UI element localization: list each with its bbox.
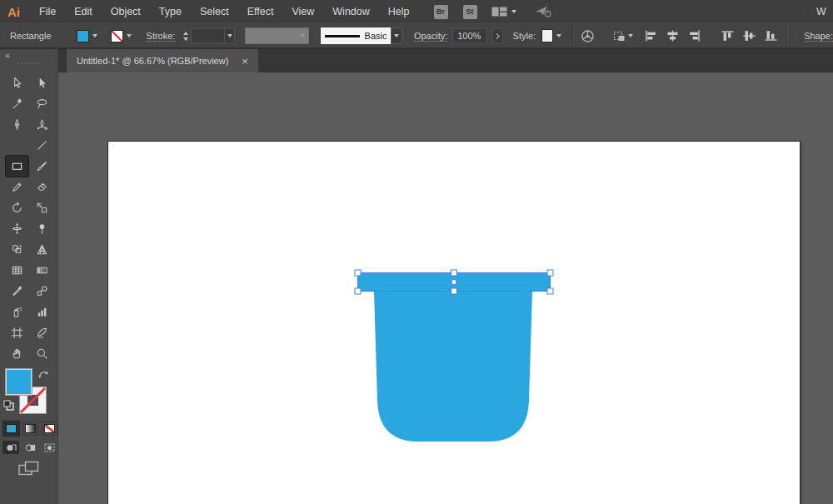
scale-tool-icon	[36, 202, 48, 214]
close-icon[interactable]: ×	[242, 56, 248, 67]
bucket-body-shape[interactable]	[374, 292, 532, 442]
tool-shape-builder[interactable]	[6, 239, 28, 260]
align-bottom-icon[interactable]	[765, 30, 777, 42]
tool-magic-wand[interactable]	[6, 93, 28, 114]
tool-blend[interactable]	[31, 281, 53, 302]
none-icon	[44, 424, 55, 433]
tool-pencil[interactable]	[6, 177, 28, 197]
tool-selection[interactable]	[6, 72, 28, 93]
handle-bottom-right[interactable]	[547, 288, 553, 294]
opacity-panel-link[interactable]: Opacity:	[414, 31, 447, 42]
draw-behind-button[interactable]	[22, 441, 38, 454]
align-left-icon[interactable]	[645, 30, 657, 42]
menu-effect[interactable]: Effect	[238, 0, 283, 23]
canvas-pasteboard[interactable]	[59, 72, 833, 504]
tool-curvature[interactable]	[31, 114, 53, 135]
handle-top-center[interactable]	[451, 270, 457, 276]
chevron-down-icon	[394, 34, 399, 37]
stroke-weight-stepper[interactable]	[183, 32, 188, 41]
draw-inside-button[interactable]	[41, 441, 57, 454]
default-fill-stroke-button[interactable]	[3, 399, 14, 414]
brush-definition-chevron[interactable]	[391, 27, 402, 44]
align-center-horizontal-icon[interactable]	[666, 30, 679, 42]
menu-type[interactable]: Type	[150, 0, 191, 23]
tool-zoom[interactable]	[31, 343, 53, 364]
graphic-style-dropdown[interactable]	[553, 29, 565, 43]
brush-definition-dropdown[interactable]: Basic	[321, 27, 392, 44]
color-button[interactable]	[3, 422, 19, 436]
opacity-options-button[interactable]	[492, 28, 503, 43]
menu-view[interactable]: View	[282, 0, 323, 23]
tool-artboard[interactable]	[6, 322, 28, 343]
tool-puppet-warp[interactable]	[31, 218, 53, 239]
menu-edit[interactable]: Edit	[65, 0, 102, 23]
fill-color-box[interactable]	[5, 368, 32, 396]
tool-gradient[interactable]	[31, 260, 53, 281]
tool-width[interactable]	[6, 218, 28, 239]
fill-color-swatch[interactable]	[77, 30, 89, 42]
panel-drag-handle[interactable]	[17, 62, 39, 64]
shape-panel-link[interactable]: Shape:	[804, 31, 833, 42]
tool-scale[interactable]	[31, 197, 53, 218]
align-right-icon[interactable]	[688, 30, 701, 42]
menu-select[interactable]: Select	[191, 0, 238, 23]
change-screen-mode-button[interactable]	[18, 461, 39, 480]
document-tab[interactable]: Untitled-1* @ 66.67% (RGB/Preview) ×	[67, 49, 258, 72]
swap-fill-stroke-button[interactable]	[37, 367, 49, 382]
menu-window[interactable]: Window	[323, 0, 378, 23]
tool-perspective-grid[interactable]	[31, 239, 53, 260]
stroke-panel-link[interactable]: Stroke:	[147, 31, 176, 42]
stroke-color-swatch[interactable]	[111, 30, 123, 42]
stock-button[interactable]: St	[463, 5, 477, 19]
menu-file[interactable]: File	[30, 0, 65, 23]
tool-slice[interactable]	[31, 322, 53, 343]
bridge-button[interactable]: Br	[434, 5, 448, 19]
tool-lasso[interactable]	[31, 93, 53, 114]
tool-symbol-sprayer[interactable]	[6, 302, 28, 322]
tool-eyedropper[interactable]	[6, 281, 28, 302]
pencil-tool-icon	[11, 181, 23, 193]
tool-type[interactable]: T	[6, 135, 28, 156]
stroke-weight-dropdown[interactable]	[225, 28, 235, 43]
perspective-grid-tool-icon	[36, 243, 48, 256]
handle-bottom-center[interactable]	[451, 288, 457, 294]
handle-top-right[interactable]	[547, 270, 553, 276]
graphic-style-swatch[interactable]	[541, 29, 553, 42]
menu-object[interactable]: Object	[102, 0, 150, 23]
selection-tool-icon	[11, 77, 23, 89]
tool-paintbrush[interactable]	[31, 156, 53, 177]
handle-top-left[interactable]	[355, 270, 361, 276]
align-center-vertical-icon[interactable]	[743, 30, 756, 42]
opacity-input[interactable]: 100%	[452, 28, 487, 43]
tool-mesh[interactable]	[6, 260, 28, 281]
recolor-artwork-button[interactable]	[581, 29, 595, 43]
menu-help[interactable]: Help	[379, 0, 419, 23]
center-point-marker[interactable]	[451, 280, 456, 285]
tool-column-graph[interactable]	[31, 302, 53, 322]
tool-line-segment[interactable]	[31, 135, 53, 156]
gradient-button[interactable]	[22, 422, 38, 436]
tool-direct-selection[interactable]	[31, 72, 53, 93]
none-button[interactable]	[42, 422, 57, 436]
draw-normal-button[interactable]	[2, 441, 19, 454]
workspace-switcher[interactable]	[491, 7, 516, 17]
selection-type-label: Rectangle	[10, 31, 52, 41]
collapse-panel-button[interactable]: «	[5, 50, 10, 60]
basic-brush-stroke-preview	[325, 35, 360, 37]
handle-bottom-left[interactable]	[355, 288, 361, 294]
align-top-icon[interactable]	[721, 30, 734, 42]
fill-color-dropdown[interactable]	[89, 29, 101, 43]
bucket-shape[interactable]	[350, 267, 558, 450]
share-button[interactable]	[535, 5, 553, 18]
tool-rectangle[interactable]	[6, 156, 28, 177]
tool-eraser[interactable]	[31, 177, 53, 197]
tool-pen[interactable]	[6, 114, 28, 135]
tool-hand[interactable]	[6, 343, 28, 364]
stroke-color-dropdown[interactable]	[123, 29, 135, 43]
document-tab-bar: Untitled-1* @ 66.67% (RGB/Preview) ×	[58, 49, 833, 72]
blend-tool-icon	[36, 285, 48, 297]
stroke-weight-input[interactable]	[191, 28, 225, 43]
select-similar-button[interactable]	[613, 30, 633, 42]
tool-rotate[interactable]	[6, 197, 28, 218]
chevron-down-icon	[227, 34, 232, 37]
